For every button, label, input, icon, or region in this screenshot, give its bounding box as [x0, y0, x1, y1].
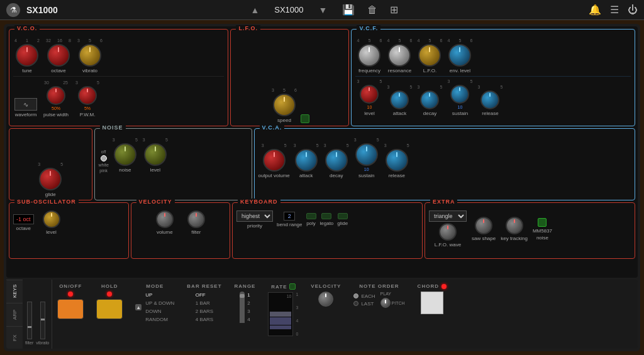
vca-sustain-knob[interactable] [355, 143, 378, 166]
tune-knob-wrap: 412 tune [13, 38, 41, 74]
vel-filter-knob[interactable] [187, 210, 205, 228]
chord-section: CHORD [418, 283, 447, 314]
noise-switch-knob[interactable] [101, 155, 107, 161]
mode-up-down[interactable]: UP & DOWN [145, 300, 174, 307]
bar-reset-off[interactable]: OFF [196, 292, 213, 298]
row2: 35 glide NOISE off white pink [9, 128, 635, 200]
vibrato-slider-label: vibrato [36, 341, 49, 345]
vcf-frequency-knob[interactable] [358, 44, 380, 67]
lfo-speed-knob[interactable] [273, 94, 296, 116]
vcf-attack-wrap: 35 attack [386, 85, 413, 116]
keys-tab[interactable]: KEYS [6, 280, 23, 302]
mode-down[interactable]: DOWN [145, 308, 174, 315]
row3: SUB-OSCILLATOR -1 oct octave level VELOC… [9, 202, 635, 259]
vcf-attack-knob[interactable] [390, 90, 409, 109]
fx-tab[interactable]: FX [6, 326, 23, 349]
note-order-last[interactable]: LAST [353, 301, 375, 307]
arp-on-off-btn[interactable] [57, 299, 84, 319]
vcf-decay-wrap: 35 decay [416, 85, 443, 116]
note-order-each[interactable]: EACH [353, 293, 375, 299]
bell-icon[interactable]: 🔔 [589, 4, 601, 16]
arrow-up-btn[interactable]: ▲ [248, 5, 262, 15]
vel-volume-wrap: volume [151, 210, 179, 235]
glide-toggle[interactable] [338, 213, 348, 219]
arp-hold-btn[interactable] [96, 299, 123, 319]
bar-reset-label: BAR RESET [187, 283, 221, 289]
poly-toggle[interactable] [306, 213, 316, 219]
vcf-sustain-knob[interactable] [450, 85, 469, 104]
lfo-wave-label: L.F.O. wave [435, 242, 461, 248]
vcf-decay-knob[interactable] [420, 90, 439, 109]
pulse-width-knob[interactable] [47, 86, 65, 105]
range-1[interactable]: 1 [247, 292, 250, 298]
filter-vibrato-panel: filter vibrato [23, 280, 52, 349]
vcf-env-label: env. level [450, 68, 470, 74]
rate-display: 10 [268, 292, 293, 336]
velocity-section: VELOCITY volume filter [131, 202, 230, 259]
saw-shape-knob[interactable] [475, 217, 492, 234]
noise-knob[interactable] [114, 143, 136, 166]
pitch-knob[interactable] [380, 298, 391, 308]
chord-box[interactable] [421, 292, 443, 314]
noise-level-knob[interactable] [144, 143, 167, 166]
vcf-resonance-knob[interactable] [388, 44, 411, 67]
vcf-release-knob[interactable] [480, 90, 499, 109]
vcf-lfo-label: L.F.O. [423, 68, 436, 74]
bar-reset-2[interactable]: 2 BARS [196, 308, 213, 315]
noise-switch[interactable]: off white pink [99, 147, 109, 173]
lfo-wave-knob[interactable] [439, 223, 457, 241]
noise-extra-label: noise [536, 235, 548, 241]
tune-knob[interactable] [16, 44, 38, 67]
arp-on-off-section: ON/OFF [57, 283, 84, 319]
output-volume-knob[interactable] [263, 149, 286, 172]
delete-icon[interactable]: 🗑 [367, 4, 377, 16]
vca-release-knob[interactable] [386, 149, 408, 172]
menu-icon[interactable]: ☰ [610, 4, 619, 16]
glide-knob[interactable] [39, 168, 62, 190]
lfo-wave-select[interactable]: triangle sine square sawtooth [429, 210, 467, 222]
sub-level-knob[interactable] [43, 210, 60, 228]
arrow-down-btn[interactable]: ▼ [316, 5, 330, 15]
range-2[interactable]: 2 [247, 300, 250, 307]
mode-slider[interactable]: ▲ [135, 304, 142, 310]
waveform-selector[interactable]: ∿ [14, 98, 37, 111]
vcf-level-knob[interactable] [360, 85, 379, 104]
pwm-knob[interactable] [78, 86, 97, 105]
velocity-arp-knob[interactable] [318, 292, 333, 307]
vcf-lfo-knob[interactable] [418, 44, 441, 67]
grid-icon[interactable]: ⊞ [390, 4, 398, 16]
vca-attack-label: attack [299, 173, 313, 178]
legato-toggle[interactable] [321, 213, 331, 219]
mode-up[interactable]: UP [145, 292, 174, 298]
vibrato-knob[interactable] [79, 44, 101, 67]
lfo-section: L.F.O. 356 speed [230, 29, 349, 126]
vcf-env-knob[interactable] [448, 44, 471, 67]
mode-list: UP UP & DOWN DOWN RANDOM [145, 292, 174, 323]
vca-attack-knob[interactable] [295, 149, 318, 172]
rate-sync-toggle[interactable] [289, 283, 296, 290]
vcf-freq-wrap: 456 frequency [355, 38, 383, 74]
priority-select[interactable]: highest lowest last [236, 210, 273, 222]
key-tracking-knob[interactable] [506, 217, 523, 234]
vca-decay-knob[interactable] [325, 149, 348, 172]
power-icon[interactable]: ⏻ [628, 4, 638, 16]
octave-knob[interactable] [47, 44, 70, 67]
save-icon[interactable]: 💾 [342, 4, 355, 16]
lfo-sync-toggle[interactable] [301, 114, 309, 123]
pulse-width-knob-wrap: 3025 50% pulse width [42, 80, 70, 117]
arp-tab[interactable]: ARP [6, 303, 23, 325]
bar-reset-1[interactable]: 1 BAR [196, 300, 213, 307]
range-3[interactable]: 3 [247, 308, 250, 315]
keyboard-section: KEYBOARD highest lowest last priority 2 … [232, 202, 423, 259]
noise-knob-wrap: 35 noise [111, 138, 139, 173]
vco-label: V.C.O. [14, 25, 40, 31]
vcf-res-wrap: 456 resonance [386, 38, 413, 74]
bar-reset-4[interactable]: 4 BARS [196, 316, 213, 323]
vel-volume-knob[interactable] [156, 210, 174, 228]
arp-mode-label: MODE [146, 283, 164, 289]
mm5837-toggle[interactable] [538, 218, 547, 227]
mode-random[interactable]: RANDOM [145, 316, 174, 323]
mode-arrow: ▲ [135, 304, 142, 310]
range-4[interactable]: 4 [247, 316, 250, 323]
range-slider[interactable] [240, 292, 245, 323]
